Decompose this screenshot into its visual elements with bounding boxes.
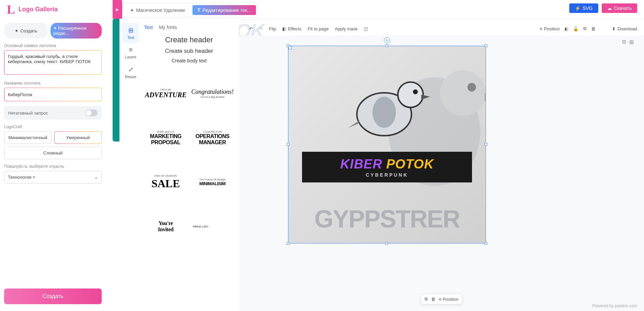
download-canvas-button[interactable]: ⬇Download [612, 26, 637, 31]
resize-tool-label: Resize [125, 75, 137, 79]
layers-icon: ≡ [129, 46, 133, 54]
create-header-option[interactable]: Create header [144, 34, 234, 46]
rotate-handle[interactable]: ↻ [384, 37, 390, 43]
text-preset[interactable]: LOOKING FOR OPERATIONS MANAGER [191, 117, 234, 158]
edit-text-label: Редактирование тек... [202, 8, 251, 13]
chevron-down-icon: ⌄ [94, 175, 98, 180]
negative-toggle[interactable] [85, 109, 98, 116]
create-body-option[interactable]: Create body text [144, 57, 234, 65]
resize-handle[interactable] [485, 242, 487, 245]
style-complex-button[interactable]: Сложный [4, 147, 102, 159]
resize-handle[interactable] [287, 44, 289, 47]
opacity-button[interactable]: ◐ [564, 26, 568, 31]
history-strip[interactable] [113, 19, 119, 142]
style-moderate-button[interactable]: Умеренный [54, 131, 102, 144]
text-preset[interactable]: M.MK and CO MARKETING PROPOSAL [144, 117, 187, 158]
logo-banner: KIBER POTOK CYBERPUNK [302, 152, 472, 182]
collapse-sidebar-button[interactable]: ▸ [113, 0, 122, 19]
logo-icon: L [7, 2, 15, 17]
industry-select[interactable]: Технологии × ⌄ [4, 171, 102, 183]
logo-artwork: KIBER POTOK CYBERPUNK GYPPSTRER [288, 46, 486, 243]
text-tool[interactable]: ⊞ Text [122, 23, 139, 43]
app-logo[interactable]: L Logo Galleria [7, 2, 58, 17]
magic-remove-button[interactable]: ✦ Магическое Удаление [125, 5, 190, 15]
create-small-button[interactable]: ✦ Создать [4, 23, 48, 39]
cloud-download-icon: ☁ [607, 5, 612, 11]
create-small-label: Создать [20, 28, 37, 33]
settings-sidebar: ✦ Создать ✦ Расширенное редак... Основно… [0, 19, 106, 311]
redo-button[interactable]: ↷ [259, 26, 263, 31]
logo-name-input[interactable] [4, 88, 102, 101]
resize-handle[interactable] [485, 44, 487, 47]
text-add-icon: ⊞ [128, 27, 133, 34]
edit-text-button[interactable]: 𝐓 Редактирование тек... [192, 5, 256, 15]
svg-point-6 [413, 89, 418, 94]
logo-name-label: Название логотипа [4, 81, 102, 86]
resize-tool[interactable]: ⤢ Resize [122, 62, 139, 82]
resize-handle[interactable] [385, 242, 388, 245]
position-selection-button[interactable]: ≡Position [439, 297, 459, 302]
advanced-label: Расширенное редак... [53, 26, 87, 36]
duplicate-page-icon[interactable]: ⧉ [622, 39, 626, 45]
mask-button[interactable]: Apply mask [335, 26, 358, 31]
crop-button[interactable]: ◫ [364, 26, 368, 31]
text-preset[interactable]: PRICE LIST: [191, 206, 234, 247]
text-tool-label: Text [127, 35, 134, 40]
layers-tool[interactable]: ≡ Layers [122, 43, 139, 62]
style-minimal-button[interactable]: Минималистичный [4, 131, 52, 144]
download-button[interactable]: ☁ Скачать [602, 3, 638, 13]
effects-button[interactable]: ◧Effects [282, 26, 302, 31]
main-symbol-input[interactable] [4, 50, 102, 75]
editor-tool-strip: ⊞ Text ≡ Layers ⤢ Resize [122, 22, 139, 82]
svg-point-4 [372, 97, 396, 128]
background-text: GYPPSTRER [288, 205, 486, 233]
layers-icon: ≡ [439, 297, 442, 302]
position-button[interactable]: ≡Position [540, 26, 560, 31]
main-symbol-label: Основной символ логотипа [4, 43, 102, 48]
selection-box[interactable]: KIBER POTOK CYBERPUNK GYPPSTRER ↻ [288, 46, 486, 243]
text-preset[interactable]: You're Invited [144, 206, 187, 247]
download-icon: ⬇ [612, 26, 616, 31]
add-page-icon[interactable]: ⊞ [629, 39, 634, 45]
resize-handle[interactable] [287, 143, 289, 146]
text-preset[interactable]: Life is an ADVENTURE [144, 73, 187, 114]
text-preset[interactable]: END OF SEASON SALE [144, 162, 187, 203]
tab-myfonts[interactable]: My fonts [159, 25, 177, 30]
app-name: Logo Galleria [18, 6, 58, 13]
duplicate-button[interactable]: ⧉ [583, 26, 586, 31]
duplicate-selection-button[interactable]: ⧉ [425, 296, 428, 302]
advanced-edit-button[interactable]: ✦ Расширенное редак... [51, 23, 102, 39]
delete-selection-button[interactable]: 🗑 [431, 297, 435, 302]
svg-export-button[interactable]: ⚡ SVG [569, 3, 598, 13]
svg-point-5 [398, 82, 423, 107]
pigeon-foreground [340, 73, 439, 142]
layers-tool-label: Layers [125, 55, 136, 59]
wand-icon: ✦ [130, 8, 134, 13]
lock-button[interactable]: 🔓 [573, 26, 578, 31]
effects-icon: ◧ [282, 26, 286, 31]
sparkle-icon: ✦ [15, 28, 18, 33]
selection-toolbar: ⧉ 🗑 ≡Position [421, 294, 462, 304]
logocraft-label: LogoCraft [4, 124, 102, 129]
resize-handle[interactable] [287, 242, 289, 245]
resize-handle[interactable] [485, 143, 487, 146]
delete-button[interactable]: 🗑 [591, 26, 596, 31]
negative-label: Негативный запрос [8, 110, 48, 116]
resize-icon: ⤢ [128, 66, 133, 73]
svg-point-2 [468, 83, 476, 91]
layers-icon: ≡ [540, 26, 542, 31]
negative-prompt-row: Негативный запрос [4, 106, 102, 120]
create-subheader-option[interactable]: Create sub header [144, 46, 234, 56]
create-main-button[interactable]: Создать [4, 288, 102, 304]
industry-chip: Технологии × [8, 175, 35, 180]
fit-button[interactable]: Fit to page [307, 26, 328, 31]
canvas-area[interactable]: ⧉ ⊞ KIBER POTOK CYBERPUN [239, 35, 644, 311]
resize-handle[interactable] [385, 44, 388, 47]
undo-button[interactable]: ↶ [249, 26, 253, 31]
text-preset[interactable]: The Future Of Design MINIMALISIM [191, 162, 234, 203]
text-preset[interactable]: Congratulations! You're a Big Brother [191, 73, 234, 114]
canvas-toolbar: ↶ ↷ Flip ◧Effects Fit to page Apply mask… [249, 23, 637, 34]
flip-button[interactable]: Flip [269, 26, 276, 31]
tab-text[interactable]: Text [144, 25, 153, 30]
svg-point-1 [440, 70, 486, 116]
